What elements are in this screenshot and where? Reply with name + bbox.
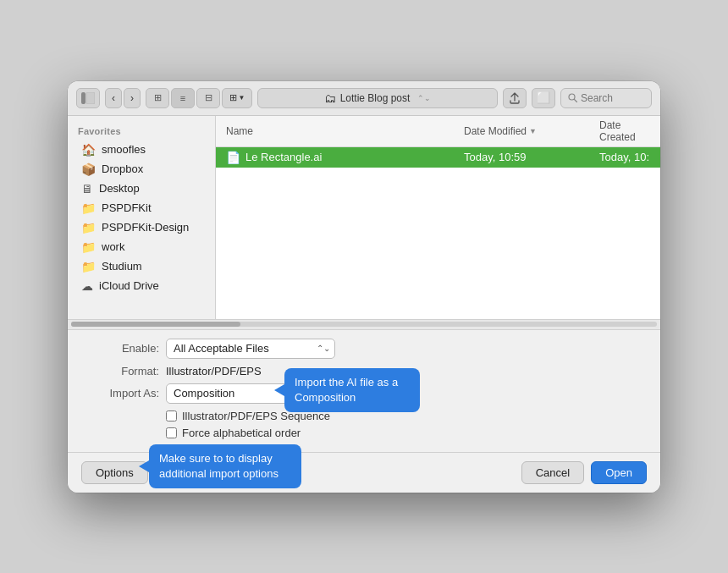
footer-buttons: Options Make sure to to display addition… bbox=[68, 452, 660, 493]
import-as-select-wrapper: Composition Footage Layer ⌃⌄ bbox=[166, 383, 335, 404]
cancel-button[interactable]: Cancel bbox=[521, 461, 584, 484]
view-buttons: ⊞ ≡ ⊟ ⊞ ▼ bbox=[146, 88, 252, 108]
sequence-checkbox-row: Illustrator/PDF/EPS Sequence bbox=[81, 410, 647, 422]
file-dialog: ‹ › ⊞ ≡ ⊟ ⊞ ▼ 🗂 Lottie Blog post ⌃⌄ bbox=[68, 81, 660, 493]
desktop-icon: 🖥 bbox=[81, 182, 93, 196]
format-label: Format: bbox=[81, 365, 166, 377]
sequence-checkbox[interactable] bbox=[166, 410, 177, 421]
svg-rect-1 bbox=[86, 92, 95, 104]
dropbox-icon: 📦 bbox=[81, 163, 96, 176]
column-created-label: Date Created bbox=[599, 119, 636, 143]
sidebar-item-smoofles[interactable]: 🏠 smoofles bbox=[71, 140, 212, 159]
search-input[interactable] bbox=[581, 92, 644, 104]
enable-row: Enable: All Acceptable Files ⌃⌄ bbox=[81, 339, 647, 359]
nav-buttons: ‹ › bbox=[105, 88, 141, 108]
open-button[interactable]: Open bbox=[591, 461, 647, 484]
search-icon bbox=[568, 93, 577, 102]
sidebar-item-label: PSPDFKit-Design bbox=[102, 221, 189, 234]
sidebar-item-dropbox[interactable]: 📦 Dropbox bbox=[71, 160, 212, 179]
sidebar-item-pspdfkit[interactable]: 📁 PSPDFKit bbox=[71, 199, 212, 218]
folder-icon: 📁 bbox=[81, 201, 96, 215]
svg-line-3 bbox=[575, 100, 577, 102]
import-as-label: Import As: bbox=[81, 387, 166, 399]
file-date-cell: Today, 10:59 bbox=[457, 151, 593, 163]
sidebar-item-label: Dropbox bbox=[102, 163, 143, 175]
forward-button[interactable]: › bbox=[124, 88, 141, 108]
home-icon: 🏠 bbox=[81, 143, 96, 157]
cloud-icon: ☁ bbox=[81, 279, 93, 293]
column-date-modified[interactable]: Date Modified ▼ bbox=[457, 125, 593, 137]
alphabetical-checkbox-row: Force alphabetical order bbox=[81, 427, 647, 439]
sidebar-item-desktop[interactable]: 🖥 Desktop bbox=[71, 179, 212, 198]
bottom-controls: Enable: All Acceptable Files ⌃⌄ Format: … bbox=[68, 329, 660, 452]
window-button[interactable]: ⬜ bbox=[532, 88, 555, 108]
svg-rect-0 bbox=[81, 92, 85, 104]
gallery-view-button[interactable]: ⊞ ▼ bbox=[222, 88, 252, 108]
column-date-label: Date Modified bbox=[464, 125, 527, 137]
table-row[interactable]: 📄 Le Rectangle.ai Today, 10:59 Today, 10… bbox=[216, 147, 660, 168]
back-icon: ‹ bbox=[112, 92, 115, 104]
search-box[interactable] bbox=[560, 88, 652, 108]
gallery-icon: ⊞ bbox=[229, 92, 237, 103]
import-as-row: Import As: Composition Footage Layer ⌃⌄ … bbox=[81, 383, 647, 404]
sidebar-item-label: iCloud Drive bbox=[99, 279, 159, 292]
sidebar-item-label: PSPDFKit bbox=[102, 201, 152, 214]
toolbar: ‹ › ⊞ ≡ ⊟ ⊞ ▼ 🗂 Lottie Blog post ⌃⌄ bbox=[68, 81, 660, 116]
dropdown-arrow-icon: ▼ bbox=[239, 94, 245, 102]
sidebar-item-label: Desktop bbox=[99, 182, 140, 195]
column-name[interactable]: Name bbox=[216, 125, 457, 137]
folder-icon: 🗂 bbox=[324, 91, 336, 105]
sidebar-item-label: work bbox=[102, 240, 124, 253]
enable-select[interactable]: All Acceptable Files bbox=[166, 339, 335, 359]
forward-icon: › bbox=[130, 92, 134, 104]
file-name-cell: 📄 Le Rectangle.ai bbox=[216, 151, 457, 164]
grid-view-button[interactable]: ⊞ bbox=[146, 88, 169, 108]
column-date-created[interactable]: Date Created bbox=[593, 119, 660, 143]
sidebar-item-pspdfkit-design[interactable]: 📁 PSPDFKit-Design bbox=[71, 218, 212, 237]
folder-icon: 📁 bbox=[81, 260, 96, 273]
import-as-select[interactable]: Composition Footage Layer bbox=[166, 383, 335, 404]
footer-right-buttons: Cancel Open bbox=[521, 461, 647, 484]
content-area: Favorites 🏠 smoofles 📦 Dropbox 🖥 Desktop… bbox=[68, 116, 660, 319]
sidebar-item-label: smoofles bbox=[102, 143, 146, 156]
enable-select-wrapper: All Acceptable Files ⌃⌄ bbox=[166, 339, 335, 359]
columns-view-button[interactable]: ⊟ bbox=[196, 88, 220, 108]
favorites-label: Favorites bbox=[68, 123, 215, 140]
file-icon: 📄 bbox=[226, 151, 240, 164]
list-view-button[interactable]: ≡ bbox=[171, 88, 195, 108]
alphabetical-label[interactable]: Force alphabetical order bbox=[182, 427, 301, 439]
column-name-label: Name bbox=[226, 125, 253, 137]
scroll-thumb[interactable] bbox=[71, 322, 240, 327]
folder-name: Lottie Blog post bbox=[340, 92, 411, 104]
sidebar-item-icloud[interactable]: ☁ iCloud Drive bbox=[71, 277, 212, 295]
scrollbar[interactable] bbox=[68, 319, 660, 329]
sort-arrow-icon: ▼ bbox=[529, 127, 537, 135]
folder-dropdown-icon: ⌃⌄ bbox=[417, 94, 431, 102]
file-list: Name Date Modified ▼ Date Created 📄 Le R… bbox=[216, 116, 660, 319]
sidebar-item-label: Studium bbox=[102, 260, 142, 273]
sidebar: Favorites 🏠 smoofles 📦 Dropbox 🖥 Desktop… bbox=[68, 116, 216, 319]
file-created-cell: Today, 10: bbox=[593, 151, 660, 163]
file-list-header: Name Date Modified ▼ Date Created bbox=[216, 116, 660, 147]
svg-point-2 bbox=[569, 94, 575, 100]
scroll-track bbox=[71, 322, 657, 327]
format-row: Format: Illustrator/PDF/EPS bbox=[81, 365, 647, 377]
sidebar-item-studium[interactable]: 📁 Studium bbox=[71, 257, 212, 276]
folder-icon: 📁 bbox=[81, 221, 96, 234]
folder-selector[interactable]: 🗂 Lottie Blog post ⌃⌄ bbox=[257, 88, 498, 108]
format-value: Illustrator/PDF/EPS bbox=[166, 365, 262, 377]
back-button[interactable]: ‹ bbox=[105, 88, 122, 108]
options-button[interactable]: Options bbox=[81, 461, 148, 484]
folder-icon: 📁 bbox=[81, 240, 96, 254]
sequence-label[interactable]: Illustrator/PDF/EPS Sequence bbox=[182, 410, 330, 422]
sidebar-item-work[interactable]: 📁 work bbox=[71, 238, 212, 256]
share-button[interactable] bbox=[503, 88, 527, 108]
file-name-label: Le Rectangle.ai bbox=[245, 151, 322, 163]
alphabetical-checkbox[interactable] bbox=[166, 427, 177, 438]
options-wrapper: Options Make sure to to display addition… bbox=[81, 461, 148, 484]
sidebar-toggle-button[interactable] bbox=[76, 88, 100, 108]
enable-label: Enable: bbox=[81, 342, 166, 355]
